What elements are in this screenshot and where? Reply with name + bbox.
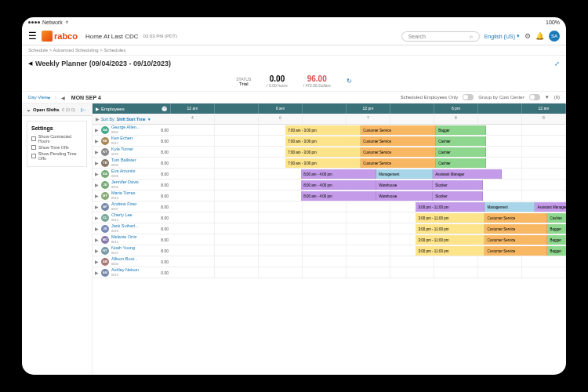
prev-day-icon[interactable]: ◀: [61, 95, 65, 100]
filter-icon[interactable]: ▼: [545, 95, 550, 100]
shift-bar[interactable]: 7:00 am - 3:00 pmCustomer ServiceBagger: [285, 125, 486, 135]
row-caret-icon[interactable]: ▶: [95, 160, 99, 165]
employee-row[interactable]: ▶ANAshley Nelson00190.00: [93, 267, 566, 278]
employee-row[interactable]: ▶GAGeorge Allen...00028.007:00 am - 3:00…: [93, 125, 566, 136]
shift-bar[interactable]: 3:00 pm - 11:00 pmCustomer ServiceBagger: [416, 235, 566, 245]
emp-name[interactable]: Allison Boot...: [111, 257, 138, 262]
employee-row[interactable]: ▶KTKyle Turner00208.007:00 am - 3:00 pmC…: [93, 147, 566, 158]
shift-bar[interactable]: 7:00 am - 3:00 pmCustomer ServiceCashier: [285, 147, 486, 157]
employee-row[interactable]: ▶MTMaria Torres00188.008:00 am - 4:00 pm…: [93, 191, 566, 201]
row-caret-icon[interactable]: ▶: [95, 215, 99, 220]
employee-row[interactable]: ▶TBTom Ballister00098.007:00 am - 3:00 p…: [93, 158, 566, 169]
emp-name[interactable]: Noah Young: [111, 246, 135, 251]
shift-segment: Customer Service: [485, 235, 547, 245]
row-caret-icon[interactable]: ▶: [95, 226, 99, 231]
emp-name[interactable]: Jennifer Davis: [111, 180, 139, 185]
shift-bar[interactable]: 3:00 pm - 11:00 pmCustomer ServiceCashie…: [416, 213, 566, 223]
employee-row[interactable]: ▶JSJack Sutherl...00168.003:00 pm - 11:0…: [93, 223, 566, 234]
emp-avatar: EA: [101, 170, 109, 178]
group-by-toggle[interactable]: [529, 94, 540, 100]
shift-bar[interactable]: 8:00 am - 4:00 pmManagementAssistant Man…: [301, 169, 502, 179]
expand-all-icon[interactable]: ▶: [96, 106, 100, 111]
row-caret-icon[interactable]: ▶: [95, 237, 99, 242]
sched-only-toggle[interactable]: [463, 94, 474, 100]
search-input[interactable]: Search ⌕: [401, 31, 480, 42]
emp-name[interactable]: George Allen...: [111, 125, 140, 130]
shift-bar[interactable]: 3:00 pm - 11:00 pmCustomer ServiceBagger: [416, 246, 566, 256]
chk-timeoffs[interactable]: Show Time Offs: [31, 145, 82, 150]
settings-title: Settings: [31, 125, 82, 131]
employee-row[interactable]: ▶ABAllison Boot...00040.00: [93, 256, 566, 267]
clock-label: 02:03 PM (PDT): [143, 34, 177, 38]
row-caret-icon[interactable]: ▶: [95, 127, 99, 132]
employee-row[interactable]: ▶AFAndrew Fizer00078.003:00 pm - 11:00 p…: [93, 201, 566, 212]
chk-pending[interactable]: Show Pending Time Offs: [31, 151, 82, 161]
emp-name[interactable]: Ashley Nelson: [111, 268, 139, 273]
emp-name[interactable]: Kyle Turner: [111, 147, 133, 152]
row-caret-icon[interactable]: ▶: [95, 259, 99, 264]
row-caret-icon[interactable]: ▶: [95, 138, 99, 143]
brand-logo[interactable]: rabco: [42, 31, 78, 42]
emp-name[interactable]: Andrew Fizer: [111, 202, 136, 207]
emp-name[interactable]: Keri Echert: [111, 136, 132, 141]
stats-bar: STATUSTrial 0.00/ 0.00 hours 96.00/ 472.…: [22, 71, 566, 91]
shift-bar[interactable]: 3:00 pm - 11:00 pmCustomer ServiceBagger: [416, 224, 566, 234]
emp-id: 0007: [111, 207, 136, 211]
row-caret-icon[interactable]: ▶: [95, 193, 99, 198]
emp-name[interactable]: Eva Amontis: [111, 169, 136, 174]
hamburger-icon[interactable]: ☰: [28, 31, 37, 42]
status-value: Trial: [236, 82, 251, 86]
emp-name[interactable]: Melanie Ortiz: [111, 235, 136, 240]
emp-name[interactable]: Cherly Lee: [111, 213, 132, 218]
emp-avatar: NY: [101, 247, 109, 255]
emp-hours: 8.00: [161, 238, 169, 242]
language-selector[interactable]: English (US) ▾: [485, 33, 520, 39]
open-shifts-panel[interactable]: ⌄ Open Shifts 0 (0.0) |←: [22, 103, 92, 116]
expand-icon[interactable]: ⤢: [554, 60, 560, 67]
chk-contracted[interactable]: Show Contracted Hours: [31, 134, 82, 143]
employee-row[interactable]: ▶KEKeri Echert00118.007:00 am - 3:00 pmC…: [93, 136, 566, 147]
time-tick: 12 am: [171, 103, 215, 114]
gear-icon[interactable]: ⚙: [524, 32, 531, 40]
filter-count: (0): [554, 95, 560, 100]
time-tick: [478, 103, 522, 114]
row-caret-icon[interactable]: ▶: [95, 248, 99, 253]
employee-row[interactable]: ▶JDJennifer Davis00058.008:00 am - 4:00 …: [93, 180, 566, 191]
shift-bar[interactable]: 8:00 am - 4:00 pmWarehouseStocker: [301, 180, 483, 190]
shift-segment: Assistant Manager: [433, 169, 502, 179]
shift-segment: Bagger: [436, 125, 486, 135]
current-date[interactable]: MON SEP 4: [71, 95, 101, 100]
sort-selector[interactable]: ▶ Sort By: Shift Start Time ▼: [93, 114, 171, 124]
employee-row[interactable]: ▶CLCherly Lee00138.003:00 pm - 11:00 pmC…: [93, 212, 566, 223]
refresh-icon[interactable]: ↻: [347, 78, 352, 85]
back-icon[interactable]: ◀: [28, 60, 32, 67]
row-caret-icon[interactable]: ▶: [95, 149, 99, 154]
shift-bar[interactable]: 7:00 am - 3:00 pmCustomer ServiceCashier: [285, 136, 486, 146]
collapse-icon[interactable]: |←: [81, 107, 87, 112]
device-statusbar: Network ᯤ 100%: [22, 17, 566, 27]
shift-segment: Bagger: [547, 224, 566, 234]
breadcrumb[interactable]: Schedule > Advanced Scheduling > Schedul…: [22, 45, 566, 56]
shift-bar[interactable]: 7:00 am - 3:00 pmCustomer ServiceCashier: [285, 158, 486, 168]
signal-icon: [28, 21, 40, 24]
row-caret-icon[interactable]: ▶: [95, 204, 99, 209]
shift-segment: 7:00 am - 3:00 pm: [285, 125, 361, 135]
employee-row[interactable]: ▶MOMelanie Ortiz00148.003:00 pm - 11:00 …: [93, 234, 566, 245]
row-caret-icon[interactable]: ▶: [95, 171, 99, 176]
emp-name[interactable]: Tom Ballister: [111, 158, 136, 163]
row-caret-icon[interactable]: ▶: [95, 182, 99, 187]
count-tick: 6: [259, 114, 303, 124]
employee-row[interactable]: ▶EAEva Amontis00038.008:00 am - 4:00 pmM…: [93, 169, 566, 180]
row-caret-icon[interactable]: ▶: [95, 270, 99, 275]
bell-icon[interactable]: 🔔: [535, 32, 544, 40]
day-view-toggle[interactable]: Day View: [28, 95, 48, 100]
emp-hours: 8.00: [161, 172, 169, 176]
shift-bar[interactable]: 3:00 pm - 11:00 pmManagementAssistant Ma…: [416, 202, 566, 212]
emp-name[interactable]: Maria Torres: [111, 191, 135, 196]
emp-avatar: MO: [101, 236, 109, 244]
shift-bar[interactable]: 8:00 am - 4:00 pmWarehouseStocker: [301, 191, 483, 201]
emp-name[interactable]: Jack Sutherl...: [111, 224, 139, 229]
user-avatar[interactable]: SA: [549, 31, 560, 42]
emp-hours: 8.00: [161, 183, 169, 187]
employee-row[interactable]: ▶NYNoah Young00228.003:00 pm - 11:00 pmC…: [93, 245, 566, 256]
